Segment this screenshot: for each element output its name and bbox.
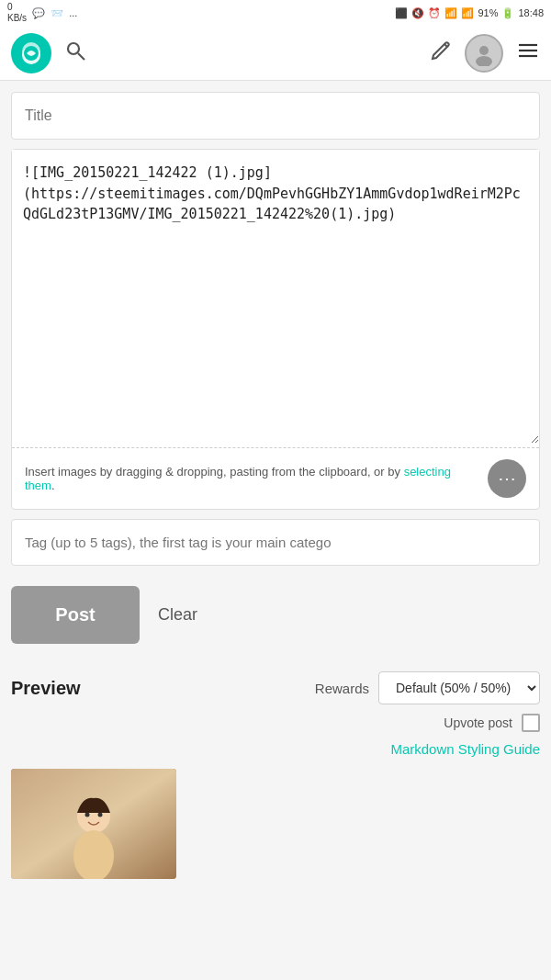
status-right: ⬛ 🔇 ⏰ 📶 📶 91% 🔋 18:48	[395, 7, 544, 19]
navbar-left	[11, 33, 86, 73]
status-left: 0KB/s 💬 📨 ...	[7, 2, 77, 24]
svg-point-3	[68, 43, 79, 54]
rewards-group: Rewards Default (50% / 50%) Power Up 100…	[315, 671, 540, 704]
signal-icon: 📶	[461, 7, 474, 19]
preview-header: Preview Rewards Default (50% / 50%) Powe…	[11, 671, 540, 704]
clock: 18:48	[518, 7, 544, 18]
svg-point-7	[476, 56, 492, 66]
svg-point-15	[98, 813, 103, 817]
status-bar: 0KB/s 💬 📨 ... ⬛ 🔇 ⏰ 📶 📶 91% 🔋 18:48	[0, 0, 551, 26]
telegram-icon: 📨	[51, 7, 63, 19]
body-area: ![IMG_20150221_142422 (1).jpg](https://s…	[11, 149, 540, 510]
buttons-row: Post Clear	[11, 580, 540, 649]
preview-section: Preview Rewards Default (50% / 50%) Powe…	[11, 671, 540, 879]
mute-icon: 🔇	[411, 7, 424, 19]
image-insert-text: Insert images by dragging & dropping, pa…	[25, 465, 478, 492]
navbar-right	[430, 34, 540, 73]
preview-image	[11, 769, 176, 879]
more-options-button[interactable]: ⋯	[488, 459, 526, 498]
screencast-icon: ⬛	[395, 7, 408, 19]
svg-point-6	[479, 46, 489, 55]
steemit-logo[interactable]	[11, 33, 51, 73]
image-insert-bar: Insert images by dragging & dropping, pa…	[12, 447, 539, 509]
search-icon[interactable]	[64, 39, 86, 67]
wifi-icon: 📶	[444, 7, 457, 19]
svg-line-4	[78, 53, 84, 60]
rewards-label: Rewards	[315, 681, 369, 696]
post-button[interactable]: Post	[11, 586, 140, 644]
preview-img-placeholder	[11, 769, 176, 879]
edit-icon[interactable]	[430, 39, 452, 66]
clear-button[interactable]: Clear	[158, 596, 197, 634]
main-content: ![IMG_20150221_142422 (1).jpg](https://s…	[0, 81, 551, 890]
network-speed: 0KB/s	[7, 2, 27, 24]
navbar	[0, 26, 551, 81]
title-input[interactable]	[11, 92, 540, 140]
alarm-icon: ⏰	[428, 7, 441, 19]
upvote-checkbox[interactable]	[522, 714, 540, 732]
preview-title: Preview	[11, 678, 81, 699]
tag-input[interactable]	[11, 519, 540, 566]
battery-percent: 91%	[478, 7, 498, 18]
markdown-styling-guide-link[interactable]: Markdown Styling Guide	[390, 741, 540, 757]
profile-avatar[interactable]	[465, 34, 503, 73]
upvote-post-label: Upvote post	[444, 715, 512, 730]
status-dots: ...	[69, 7, 77, 18]
body-textarea[interactable]: ![IMG_20150221_142422 (1).jpg](https://s…	[12, 150, 539, 444]
svg-point-14	[85, 813, 90, 817]
svg-line-5	[444, 44, 447, 47]
menu-icon[interactable]	[516, 39, 540, 68]
battery-icon: 🔋	[501, 7, 514, 19]
rewards-select[interactable]: Default (50% / 50%) Power Up 100% Declin…	[378, 671, 540, 704]
markdown-row: Markdown Styling Guide	[11, 741, 540, 758]
whatsapp-icon: 💬	[32, 7, 45, 19]
options-row: Upvote post	[11, 714, 540, 732]
